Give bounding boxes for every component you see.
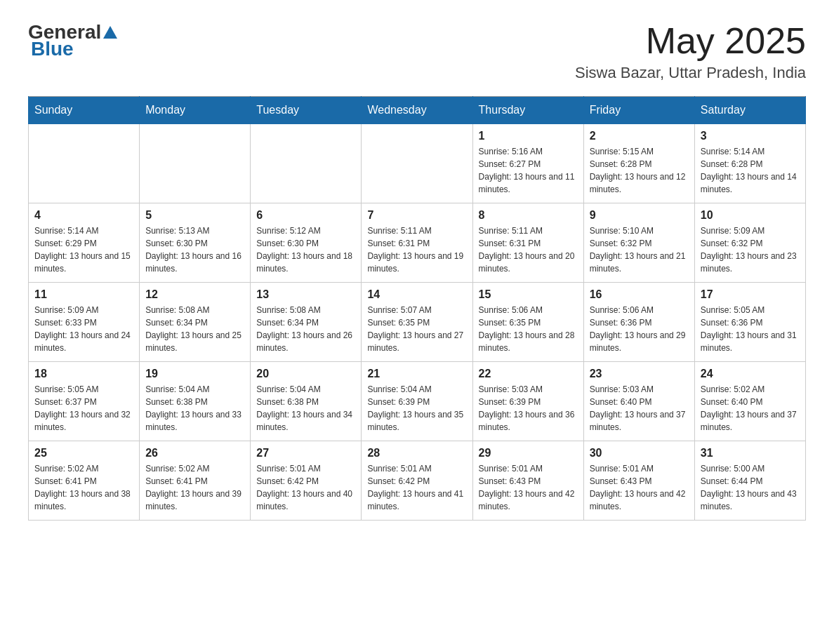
day-number: 24 (701, 368, 800, 380)
day-info: Sunrise: 5:11 AM Sunset: 6:31 PM Dayligh… (479, 224, 578, 275)
day-number: 31 (701, 447, 800, 459)
day-number: 11 (34, 288, 133, 301)
day-info: Sunrise: 5:04 AM Sunset: 6:38 PM Dayligh… (145, 383, 244, 434)
calendar-cell: 19Sunrise: 5:04 AM Sunset: 6:38 PM Dayli… (140, 362, 251, 441)
day-number: 12 (145, 288, 244, 301)
day-info: Sunrise: 5:15 AM Sunset: 6:28 PM Dayligh… (590, 145, 689, 196)
day-info: Sunrise: 5:02 AM Sunset: 6:41 PM Dayligh… (34, 462, 133, 513)
calendar-cell: 2Sunrise: 5:15 AM Sunset: 6:28 PM Daylig… (583, 124, 694, 203)
calendar-cell: 25Sunrise: 5:02 AM Sunset: 6:41 PM Dayli… (29, 441, 140, 521)
day-info: Sunrise: 5:06 AM Sunset: 6:36 PM Dayligh… (590, 304, 689, 354)
calendar-cell: 24Sunrise: 5:02 AM Sunset: 6:40 PM Dayli… (694, 362, 805, 441)
day-info: Sunrise: 5:03 AM Sunset: 6:39 PM Dayligh… (479, 383, 578, 434)
calendar-cell: 11Sunrise: 5:09 AM Sunset: 6:33 PM Dayli… (29, 283, 140, 362)
day-info: Sunrise: 5:07 AM Sunset: 6:35 PM Dayligh… (367, 304, 466, 354)
day-info: Sunrise: 5:11 AM Sunset: 6:31 PM Dayligh… (367, 224, 466, 275)
calendar-cell: 26Sunrise: 5:02 AM Sunset: 6:41 PM Dayli… (140, 441, 251, 521)
day-info: Sunrise: 5:08 AM Sunset: 6:34 PM Dayligh… (256, 304, 355, 354)
calendar-header-friday: Friday (583, 97, 694, 124)
page-header: General Blue May 2025 Siswa Bazar, Uttar… (28, 21, 806, 82)
calendar-cell: 14Sunrise: 5:07 AM Sunset: 6:35 PM Dayli… (362, 283, 472, 362)
day-number: 29 (479, 447, 578, 459)
calendar-table: SundayMondayTuesdayWednesdayThursdayFrid… (28, 96, 806, 521)
calendar-cell: 12Sunrise: 5:08 AM Sunset: 6:34 PM Dayli… (140, 283, 251, 362)
day-info: Sunrise: 5:01 AM Sunset: 6:43 PM Dayligh… (479, 462, 578, 513)
calendar-header-saturday: Saturday (694, 97, 805, 124)
calendar-week-row: 18Sunrise: 5:05 AM Sunset: 6:37 PM Dayli… (29, 362, 806, 441)
calendar-week-row: 4Sunrise: 5:14 AM Sunset: 6:29 PM Daylig… (29, 203, 806, 283)
day-info: Sunrise: 5:02 AM Sunset: 6:41 PM Dayligh… (145, 462, 244, 513)
calendar-cell (251, 124, 362, 203)
day-number: 20 (256, 368, 355, 380)
day-number: 25 (34, 447, 133, 459)
logo-blue-text: Blue (31, 38, 74, 60)
day-info: Sunrise: 5:01 AM Sunset: 6:42 PM Dayligh… (367, 462, 466, 513)
day-info: Sunrise: 5:10 AM Sunset: 6:32 PM Dayligh… (590, 224, 689, 275)
calendar-cell: 8Sunrise: 5:11 AM Sunset: 6:31 PM Daylig… (472, 203, 583, 283)
day-number: 27 (256, 447, 355, 459)
day-info: Sunrise: 5:01 AM Sunset: 6:43 PM Dayligh… (590, 462, 689, 513)
day-info: Sunrise: 5:05 AM Sunset: 6:36 PM Dayligh… (701, 304, 800, 354)
calendar-cell: 7Sunrise: 5:11 AM Sunset: 6:31 PM Daylig… (362, 203, 472, 283)
calendar-cell: 1Sunrise: 5:16 AM Sunset: 6:27 PM Daylig… (472, 124, 583, 203)
calendar-header-monday: Monday (140, 97, 251, 124)
calendar-cell: 20Sunrise: 5:04 AM Sunset: 6:38 PM Dayli… (251, 362, 362, 441)
day-number: 5 (145, 209, 244, 222)
day-number: 9 (590, 209, 689, 222)
calendar-cell (29, 124, 140, 203)
day-number: 14 (367, 288, 466, 301)
calendar-header-row: SundayMondayTuesdayWednesdayThursdayFrid… (29, 97, 806, 124)
calendar-cell: 13Sunrise: 5:08 AM Sunset: 6:34 PM Dayli… (251, 283, 362, 362)
day-info: Sunrise: 5:06 AM Sunset: 6:35 PM Dayligh… (479, 304, 578, 354)
day-number: 3 (701, 130, 800, 142)
day-info: Sunrise: 5:01 AM Sunset: 6:42 PM Dayligh… (256, 462, 355, 513)
calendar-cell: 27Sunrise: 5:01 AM Sunset: 6:42 PM Dayli… (251, 441, 362, 521)
month-year-title: May 2025 (575, 21, 806, 61)
day-number: 30 (590, 447, 689, 459)
day-number: 1 (479, 130, 578, 142)
svg-marker-0 (103, 26, 117, 39)
day-info: Sunrise: 5:00 AM Sunset: 6:44 PM Dayligh… (701, 462, 800, 513)
calendar-week-row: 1Sunrise: 5:16 AM Sunset: 6:27 PM Daylig… (29, 124, 806, 203)
logo-triangle-icon (102, 25, 118, 40)
calendar-cell: 17Sunrise: 5:05 AM Sunset: 6:36 PM Dayli… (694, 283, 805, 362)
calendar-cell (140, 124, 251, 203)
calendar-cell: 28Sunrise: 5:01 AM Sunset: 6:42 PM Dayli… (362, 441, 472, 521)
day-number: 13 (256, 288, 355, 301)
calendar-cell: 15Sunrise: 5:06 AM Sunset: 6:35 PM Dayli… (472, 283, 583, 362)
day-number: 7 (367, 209, 466, 222)
day-info: Sunrise: 5:12 AM Sunset: 6:30 PM Dayligh… (256, 224, 355, 275)
calendar-header-sunday: Sunday (29, 97, 140, 124)
calendar-cell: 22Sunrise: 5:03 AM Sunset: 6:39 PM Dayli… (472, 362, 583, 441)
calendar-cell: 10Sunrise: 5:09 AM Sunset: 6:32 PM Dayli… (694, 203, 805, 283)
calendar-week-row: 11Sunrise: 5:09 AM Sunset: 6:33 PM Dayli… (29, 283, 806, 362)
day-info: Sunrise: 5:13 AM Sunset: 6:30 PM Dayligh… (145, 224, 244, 275)
calendar-cell: 30Sunrise: 5:01 AM Sunset: 6:43 PM Dayli… (583, 441, 694, 521)
calendar-cell: 31Sunrise: 5:00 AM Sunset: 6:44 PM Dayli… (694, 441, 805, 521)
day-info: Sunrise: 5:08 AM Sunset: 6:34 PM Dayligh… (145, 304, 244, 354)
calendar-cell: 6Sunrise: 5:12 AM Sunset: 6:30 PM Daylig… (251, 203, 362, 283)
calendar-week-row: 25Sunrise: 5:02 AM Sunset: 6:41 PM Dayli… (29, 441, 806, 521)
location-subtitle: Siswa Bazar, Uttar Pradesh, India (575, 64, 806, 82)
calendar-cell: 5Sunrise: 5:13 AM Sunset: 6:30 PM Daylig… (140, 203, 251, 283)
calendar-cell: 16Sunrise: 5:06 AM Sunset: 6:36 PM Dayli… (583, 283, 694, 362)
calendar-header-tuesday: Tuesday (251, 97, 362, 124)
day-number: 2 (590, 130, 689, 142)
day-number: 18 (34, 368, 133, 380)
calendar-header-wednesday: Wednesday (362, 97, 472, 124)
day-number: 10 (701, 209, 800, 222)
day-number: 4 (34, 209, 133, 222)
day-number: 6 (256, 209, 355, 222)
day-number: 8 (479, 209, 578, 222)
day-number: 17 (701, 288, 800, 301)
calendar-cell: 29Sunrise: 5:01 AM Sunset: 6:43 PM Dayli… (472, 441, 583, 521)
day-number: 19 (145, 368, 244, 380)
day-info: Sunrise: 5:16 AM Sunset: 6:27 PM Dayligh… (479, 145, 578, 196)
day-info: Sunrise: 5:09 AM Sunset: 6:33 PM Dayligh… (34, 304, 133, 354)
day-info: Sunrise: 5:09 AM Sunset: 6:32 PM Dayligh… (701, 224, 800, 275)
title-section: May 2025 Siswa Bazar, Uttar Pradesh, Ind… (575, 21, 806, 82)
day-info: Sunrise: 5:03 AM Sunset: 6:40 PM Dayligh… (590, 383, 689, 434)
logo: General Blue (28, 21, 118, 60)
day-info: Sunrise: 5:14 AM Sunset: 6:28 PM Dayligh… (701, 145, 800, 196)
day-number: 23 (590, 368, 689, 380)
